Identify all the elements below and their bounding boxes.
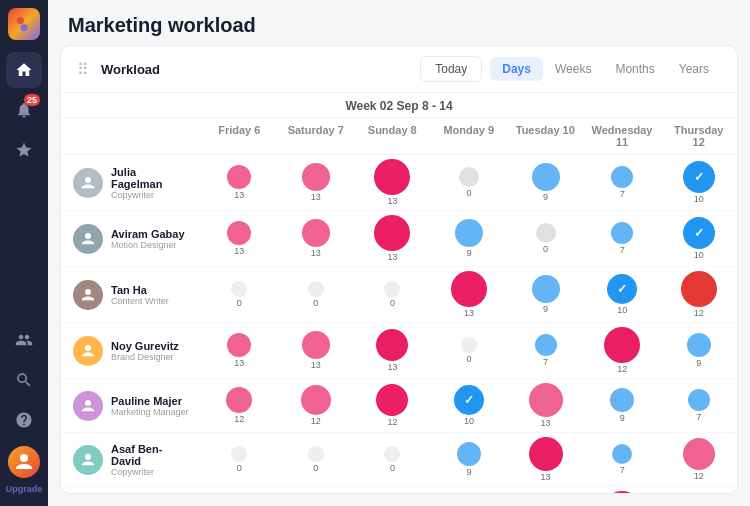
day-cell-1-3: 0 <box>507 211 584 266</box>
person-role: Content Writer <box>111 296 169 306</box>
person-cell-4[interactable]: Pauline Majer Marketing Manager <box>61 379 201 432</box>
workload-panel: ⠿ Workload Today Days Weeks Months Years… <box>60 45 738 494</box>
workload-bubble[interactable] <box>611 166 633 188</box>
person-avatar <box>73 280 103 310</box>
person-name: Asaf Ben-David <box>111 443 189 467</box>
workload-bubble[interactable] <box>532 163 560 191</box>
person-cell-3[interactable]: Noy Gurevitz Brand Designer <box>61 323 201 378</box>
bubble-number: 13 <box>234 246 244 256</box>
workload-bubble[interactable] <box>529 437 563 471</box>
workload-bubble[interactable]: ✓ <box>683 217 715 249</box>
day-cell-6-4: 13 <box>584 487 661 493</box>
day-cell-4-0: 12 <box>278 379 355 432</box>
day-cell-2-1: 0 <box>354 267 431 322</box>
person-cell-0[interactable]: Julia Fagelman Copywriter <box>61 155 201 210</box>
bell-icon[interactable]: 25 <box>6 92 42 128</box>
bubble-number: 7 <box>620 465 625 475</box>
tab-weeks[interactable]: Weeks <box>543 57 603 81</box>
week-label: Week 02 Sep 8 - 14 <box>61 93 737 118</box>
bubble-number: 13 <box>234 358 244 368</box>
tab-months[interactable]: Months <box>603 57 666 81</box>
workload-bubble[interactable] <box>457 442 481 466</box>
workload-bubble[interactable] <box>374 215 410 251</box>
workload-bubble[interactable] <box>535 334 557 356</box>
person-cell-6[interactable]: May Kaplan Product Designer <box>61 487 201 493</box>
day-header-1: Saturday 7 <box>278 118 355 154</box>
workload-bubble[interactable] <box>231 281 247 297</box>
day-headers-row: Friday 6 Saturday 7 Sunday 8 Monday 9 Tu… <box>61 118 737 155</box>
bubble-number: 0 <box>237 298 242 308</box>
table-row: Pauline Majer Marketing Manager 12 12 12… <box>61 379 737 433</box>
workload-bubble[interactable] <box>459 167 479 187</box>
workload-bubble[interactable] <box>301 385 331 415</box>
table-row: Asaf Ben-David Copywriter 0 0 0 9 13 <box>61 433 737 487</box>
workload-bubble[interactable] <box>231 446 247 462</box>
workload-bubble[interactable] <box>687 333 711 357</box>
workload-bubble[interactable] <box>610 388 634 412</box>
table-row: Aviram Gabay Motion Designer 13 13 13 9 … <box>61 211 737 267</box>
help-icon[interactable] <box>6 402 42 438</box>
day-cell-4-5: 7 <box>660 379 737 432</box>
workload-bubble[interactable] <box>688 389 710 411</box>
home-icon[interactable] <box>6 52 42 88</box>
workload-bubble[interactable]: ✓ <box>683 161 715 193</box>
bubble-number: 0 <box>466 354 471 364</box>
workload-bubble[interactable] <box>612 444 632 464</box>
workload-bubble[interactable] <box>302 331 330 359</box>
workload-bubble[interactable] <box>374 159 410 195</box>
people-icon[interactable] <box>6 322 42 358</box>
workload-bubble[interactable]: ✓ <box>607 274 637 304</box>
workload-bubble[interactable] <box>308 446 324 462</box>
workload-bubble[interactable] <box>384 446 400 462</box>
workload-bubble[interactable] <box>683 438 715 470</box>
workload-bubble[interactable] <box>227 333 251 357</box>
bubble-number: 13 <box>387 362 397 372</box>
workload-bubble[interactable] <box>376 329 408 361</box>
workload-bubble[interactable] <box>308 281 324 297</box>
upgrade-label[interactable]: Upgrade <box>6 484 43 494</box>
tab-days[interactable]: Days <box>490 57 543 81</box>
search-icon[interactable] <box>6 362 42 398</box>
workload-bubble[interactable] <box>226 387 252 413</box>
person-cell-5[interactable]: Asaf Ben-David Copywriter <box>61 433 201 486</box>
user-avatar[interactable] <box>8 446 40 478</box>
workload-bubble[interactable] <box>384 281 400 297</box>
workload-bubble[interactable] <box>536 223 556 243</box>
workload-bubble[interactable] <box>529 383 563 417</box>
workload-bubble[interactable] <box>611 222 633 244</box>
day-cell-0-0: 13 <box>278 155 355 210</box>
workload-bubble[interactable] <box>227 221 251 245</box>
person-cell-1[interactable]: Aviram Gabay Motion Designer <box>61 211 201 266</box>
person-cell-2[interactable]: Tan Ha Content Writer <box>61 267 201 322</box>
workload-bubble[interactable] <box>604 327 640 363</box>
bubble-number: 0 <box>313 298 318 308</box>
workload-bubble[interactable] <box>451 271 487 307</box>
workload-bubble[interactable] <box>376 384 408 416</box>
star-icon[interactable] <box>6 132 42 168</box>
workload-bubble[interactable]: ✓ <box>454 385 484 415</box>
check-icon: ✓ <box>694 170 704 184</box>
workload-bubble[interactable] <box>461 337 477 353</box>
workload-bubble[interactable] <box>681 271 717 307</box>
today-button[interactable]: Today <box>420 56 482 82</box>
tab-years[interactable]: Years <box>667 57 721 81</box>
section-title: Workload <box>101 62 412 77</box>
view-tabs: Days Weeks Months Years <box>490 57 721 81</box>
workload-bubble[interactable] <box>604 491 640 493</box>
workload-bubble[interactable] <box>455 219 483 247</box>
table-row: Julia Fagelman Copywriter 13 13 13 0 9 <box>61 155 737 211</box>
app-logo[interactable] <box>8 8 40 40</box>
workload-bubble[interactable] <box>227 165 251 189</box>
bubble-number: 13 <box>387 252 397 262</box>
svg-point-3 <box>20 454 28 462</box>
bubble-number: 7 <box>696 412 701 422</box>
bubble-number: 13 <box>311 248 321 258</box>
person-avatar <box>73 391 103 421</box>
day-cell-empty: 13 <box>201 155 278 210</box>
bubble-number: 13 <box>541 472 551 482</box>
workload-bubble[interactable] <box>532 275 560 303</box>
workload-bubble[interactable] <box>302 219 330 247</box>
workload-bubble[interactable] <box>302 163 330 191</box>
person-col-header <box>61 118 201 154</box>
bubble-number: 10 <box>694 194 704 204</box>
